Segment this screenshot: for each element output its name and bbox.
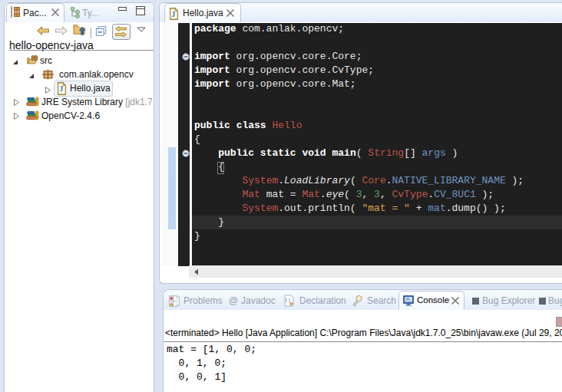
svg-text:J: J: [172, 9, 176, 18]
svg-text:J: J: [60, 84, 64, 94]
